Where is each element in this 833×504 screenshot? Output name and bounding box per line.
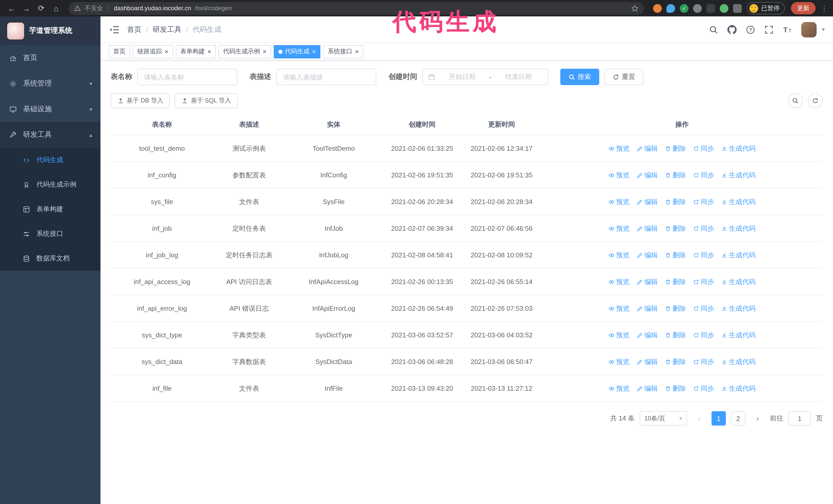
- edit-action[interactable]: 编辑: [637, 169, 658, 181]
- delete-action[interactable]: 删除: [665, 329, 686, 341]
- delete-action[interactable]: 删除: [665, 169, 686, 181]
- extension-icon[interactable]: [666, 4, 675, 13]
- tag-tab[interactable]: 表单构建 ×: [175, 45, 216, 58]
- tag-tab[interactable]: 系统接口 ×: [323, 45, 363, 58]
- toggle-search-button[interactable]: [788, 93, 803, 108]
- sync-action[interactable]: 同步: [693, 383, 714, 394]
- preview-action[interactable]: 预览: [609, 169, 629, 181]
- generate-code-action[interactable]: 生成代码: [721, 196, 756, 208]
- edit-action[interactable]: 编辑: [637, 249, 658, 261]
- sidebar-item-devtools[interactable]: 研发工具 ▴: [0, 122, 100, 148]
- goto-page-input[interactable]: [788, 411, 811, 426]
- browser-menu-icon[interactable]: ⋮: [821, 4, 828, 12]
- date-range-picker[interactable]: 开始日期 - 结束日期: [422, 69, 548, 85]
- sync-action[interactable]: 同步: [693, 169, 714, 181]
- generate-code-action[interactable]: 生成代码: [721, 143, 756, 154]
- preview-action[interactable]: 预览: [609, 276, 629, 288]
- import-sql-button[interactable]: 基于 SQL 导入: [175, 93, 238, 108]
- extension-icon[interactable]: [720, 4, 729, 13]
- browser-update-button[interactable]: 更新: [791, 2, 815, 14]
- sidebar-item-system[interactable]: 系统管理 ▾: [0, 71, 100, 96]
- edit-action[interactable]: 编辑: [637, 222, 658, 234]
- page-number-button[interactable]: 1: [712, 411, 726, 426]
- browser-back-button[interactable]: ←: [5, 2, 18, 15]
- generate-code-action[interactable]: 生成代码: [721, 356, 756, 368]
- edit-action[interactable]: 编辑: [637, 356, 658, 368]
- sidebar-item-infra[interactable]: 基础设施 ▾: [0, 96, 100, 122]
- edit-action[interactable]: 编辑: [637, 276, 658, 288]
- delete-action[interactable]: 删除: [665, 222, 686, 234]
- close-icon[interactable]: ×: [312, 48, 316, 55]
- address-bar[interactable]: 不安全 | dashboard.yudao.iocoder.cn/tool/co…: [69, 2, 644, 15]
- delete-action[interactable]: 删除: [665, 196, 686, 208]
- table-desc-input[interactable]: [276, 69, 376, 85]
- tag-tab[interactable]: 链路追踪 ×: [133, 45, 173, 58]
- sync-action[interactable]: 同步: [693, 249, 714, 261]
- delete-action[interactable]: 删除: [665, 249, 686, 261]
- sidebar-item-codegen-example[interactable]: 代码生成示例: [0, 172, 100, 197]
- puzzle-extension-icon[interactable]: [733, 4, 742, 13]
- date-start-placeholder[interactable]: 开始日期: [438, 72, 486, 81]
- sync-action[interactable]: 同步: [693, 143, 714, 154]
- edit-action[interactable]: 编辑: [637, 329, 658, 341]
- search-button[interactable]: 搜索: [560, 69, 599, 85]
- preview-action[interactable]: 预览: [609, 383, 629, 394]
- generate-code-action[interactable]: 生成代码: [721, 383, 756, 394]
- tag-tab[interactable]: 首页: [109, 45, 130, 58]
- refresh-table-button[interactable]: [808, 93, 823, 108]
- sidebar-item-api[interactable]: 系统接口: [0, 221, 100, 246]
- generate-code-action[interactable]: 生成代码: [721, 169, 756, 181]
- preview-action[interactable]: 预览: [609, 196, 629, 208]
- next-page-button[interactable]: ›: [751, 411, 765, 426]
- browser-home-button[interactable]: ⌂: [50, 2, 63, 15]
- prev-page-button[interactable]: ‹: [692, 411, 706, 426]
- extension-icon[interactable]: [693, 4, 702, 13]
- generate-code-action[interactable]: 生成代码: [721, 276, 756, 288]
- browser-forward-button[interactable]: →: [20, 2, 33, 15]
- edit-action[interactable]: 编辑: [637, 303, 658, 314]
- import-db-button[interactable]: 基于 DB 导入: [111, 93, 170, 108]
- table-name-input[interactable]: [137, 69, 237, 85]
- sidebar-item-home[interactable]: 首页: [0, 45, 100, 71]
- generate-code-action[interactable]: 生成代码: [721, 222, 756, 234]
- delete-action[interactable]: 删除: [665, 383, 686, 394]
- sidebar-item-form-builder[interactable]: 表单构建: [0, 197, 100, 221]
- font-size-icon[interactable]: TT: [783, 25, 792, 34]
- user-avatar[interactable]: [802, 22, 817, 37]
- browser-reload-button[interactable]: ⟳: [35, 2, 48, 15]
- sidebar-item-db-doc[interactable]: 数据库文档: [0, 246, 100, 271]
- tag-tab[interactable]: 代码生成 ×: [274, 45, 320, 58]
- edit-action[interactable]: 编辑: [637, 196, 658, 208]
- extension-icon[interactable]: ✓: [680, 4, 688, 13]
- avatar-caret-icon[interactable]: ▾: [822, 26, 825, 33]
- sync-action[interactable]: 同步: [693, 196, 714, 208]
- github-icon[interactable]: [728, 25, 737, 34]
- generate-code-action[interactable]: 生成代码: [721, 329, 756, 341]
- collapse-sidebar-icon[interactable]: [109, 24, 120, 35]
- close-icon[interactable]: ×: [207, 48, 211, 55]
- tag-tab[interactable]: 代码生成示例 ×: [218, 45, 271, 58]
- delete-action[interactable]: 删除: [665, 356, 686, 368]
- delete-action[interactable]: 删除: [665, 276, 686, 288]
- sync-action[interactable]: 同步: [693, 329, 714, 341]
- sidebar-item-codegen[interactable]: 代码生成: [0, 148, 100, 172]
- page-size-select[interactable]: 10条/页 ▾: [640, 411, 687, 426]
- close-icon[interactable]: ×: [262, 48, 266, 55]
- date-end-placeholder[interactable]: 结束日期: [494, 72, 542, 81]
- generate-code-action[interactable]: 生成代码: [721, 249, 756, 261]
- sync-action[interactable]: 同步: [693, 222, 714, 234]
- generate-code-action[interactable]: 生成代码: [721, 303, 756, 314]
- sync-action[interactable]: 同步: [693, 356, 714, 368]
- fullscreen-icon[interactable]: [765, 25, 774, 34]
- delete-action[interactable]: 删除: [665, 143, 686, 154]
- sync-action[interactable]: 同步: [693, 276, 714, 288]
- reset-button[interactable]: 重置: [604, 69, 643, 85]
- breadcrumb-devtools[interactable]: 研发工具: [153, 25, 182, 34]
- preview-action[interactable]: 预览: [609, 303, 629, 314]
- search-icon[interactable]: [709, 25, 718, 34]
- delete-action[interactable]: 删除: [665, 303, 686, 314]
- profile-paused-chip[interactable]: 已暂停: [747, 2, 785, 14]
- preview-action[interactable]: 预览: [609, 143, 629, 154]
- page-number-button[interactable]: 2: [731, 411, 745, 426]
- preview-action[interactable]: 预览: [609, 356, 629, 368]
